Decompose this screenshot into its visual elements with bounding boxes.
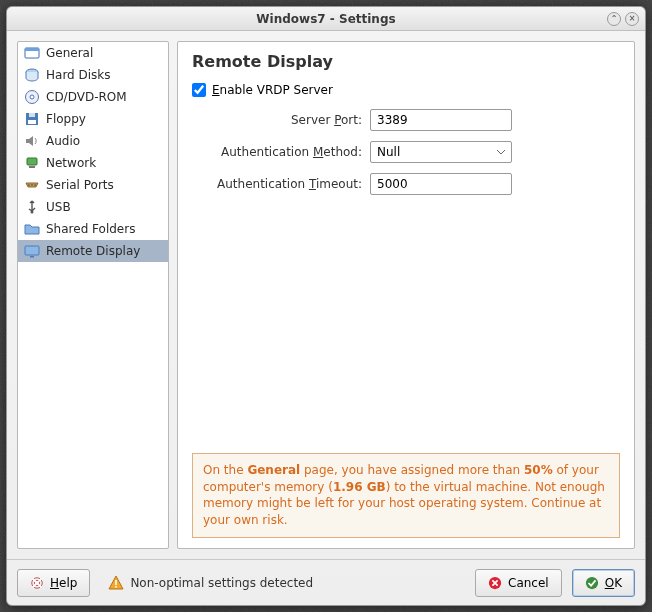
sidebar-item-shared-folders[interactable]: Shared Folders <box>18 218 168 240</box>
enable-vrdp-row: EEnable VRDP Servernable VRDP Server <box>192 83 620 97</box>
category-sidebar: General Hard Disks CD/DVD-ROM Floppy Aud… <box>17 41 169 549</box>
footer: HHelpelp Non-optimal settings detected C… <box>7 559 645 605</box>
sidebar-item-audio[interactable]: Audio <box>18 130 168 152</box>
svg-rect-6 <box>29 113 35 117</box>
status-message: Non-optimal settings detected <box>108 575 465 591</box>
server-port-row: Server Port: <box>192 109 620 131</box>
warning-pct: 50% <box>524 463 553 477</box>
sidebar-item-label: CD/DVD-ROM <box>46 90 127 104</box>
svg-point-10 <box>28 184 29 185</box>
cd-icon <box>24 89 40 105</box>
auth-timeout-row: Authentication Timeout: <box>192 173 620 195</box>
window-controls: ⌃ × <box>607 12 639 26</box>
general-icon <box>24 45 40 61</box>
close-icon[interactable]: × <box>625 12 639 26</box>
sidebar-item-label: General <box>46 46 93 60</box>
svg-rect-1 <box>25 48 39 51</box>
warning-icon <box>108 575 124 591</box>
sidebar-item-label: Floppy <box>46 112 86 126</box>
sidebar-item-label: Network <box>46 156 96 170</box>
enable-vrdp-checkbox[interactable] <box>192 83 206 97</box>
sidebar-item-label: Shared Folders <box>46 222 135 236</box>
settings-window: Windows7 - Settings ⌃ × General Hard Dis… <box>6 6 646 606</box>
sidebar-item-label: Remote Display <box>46 244 140 258</box>
svg-point-21 <box>586 576 598 588</box>
sidebar-item-floppy[interactable]: Floppy <box>18 108 168 130</box>
auth-method-select[interactable]: Null <box>370 141 512 163</box>
titlebar[interactable]: Windows7 - Settings ⌃ × <box>7 7 645 31</box>
warning-mem: 1.96 GB <box>333 480 386 494</box>
sidebar-item-label: USB <box>46 200 71 214</box>
audio-icon <box>24 133 40 149</box>
svg-rect-14 <box>25 246 39 255</box>
sidebar-item-label: Serial Ports <box>46 178 114 192</box>
svg-point-13 <box>31 211 34 214</box>
svg-rect-15 <box>30 256 34 258</box>
sidebar-item-label: Hard Disks <box>46 68 111 82</box>
sidebar-item-label: Audio <box>46 134 80 148</box>
floppy-icon <box>24 111 40 127</box>
warning-box: On the General page, you have assigned m… <box>192 453 620 538</box>
sidebar-item-hard-disks[interactable]: Hard Disks <box>18 64 168 86</box>
minimize-icon[interactable]: ⌃ <box>607 12 621 26</box>
ok-icon <box>585 576 599 590</box>
network-icon <box>24 155 40 171</box>
sidebar-item-network[interactable]: Network <box>18 152 168 174</box>
svg-rect-19 <box>116 586 118 588</box>
ok-button[interactable]: OKOK <box>572 569 635 597</box>
harddisk-icon <box>24 67 40 83</box>
svg-point-12 <box>34 184 35 185</box>
auth-method-row: Authentication Method: Null <box>192 141 620 163</box>
svg-rect-7 <box>28 120 36 124</box>
svg-rect-8 <box>27 158 37 165</box>
sidebar-item-general[interactable]: General <box>18 42 168 64</box>
server-port-label: Server Port: <box>192 113 362 127</box>
page-title: Remote Display <box>192 52 620 71</box>
warning-text: page, you have assigned more than <box>300 463 524 477</box>
svg-point-4 <box>30 95 34 99</box>
status-text: Non-optimal settings detected <box>130 576 313 590</box>
content-area: General Hard Disks CD/DVD-ROM Floppy Aud… <box>7 31 645 559</box>
warning-text: On the <box>203 463 247 477</box>
server-port-input[interactable] <box>370 109 512 131</box>
sidebar-item-remote-display[interactable]: Remote Display <box>18 240 168 262</box>
sidebar-item-usb[interactable]: USB <box>18 196 168 218</box>
auth-timeout-input[interactable] <box>370 173 512 195</box>
warning-page: General <box>247 463 300 477</box>
window-title: Windows7 - Settings <box>256 12 395 26</box>
display-icon <box>24 243 40 259</box>
svg-point-11 <box>31 184 32 185</box>
main-panel: Remote Display EEnable VRDP Servernable … <box>177 41 635 549</box>
svg-rect-18 <box>116 580 118 585</box>
cancel-button[interactable]: Cancel <box>475 569 562 597</box>
sidebar-item-serial-ports[interactable]: Serial Ports <box>18 174 168 196</box>
cancel-icon <box>488 576 502 590</box>
serial-icon <box>24 177 40 193</box>
auth-method-label: Authentication Method: <box>192 145 362 159</box>
enable-vrdp-label[interactable]: EEnable VRDP Servernable VRDP Server <box>212 83 333 97</box>
sidebar-item-cd-dvd[interactable]: CD/DVD-ROM <box>18 86 168 108</box>
auth-timeout-label: Authentication Timeout: <box>192 177 362 191</box>
svg-rect-9 <box>29 166 35 168</box>
folder-icon <box>24 221 40 237</box>
usb-icon <box>24 199 40 215</box>
help-button[interactable]: HHelpelp <box>17 569 90 597</box>
help-icon <box>30 576 44 590</box>
